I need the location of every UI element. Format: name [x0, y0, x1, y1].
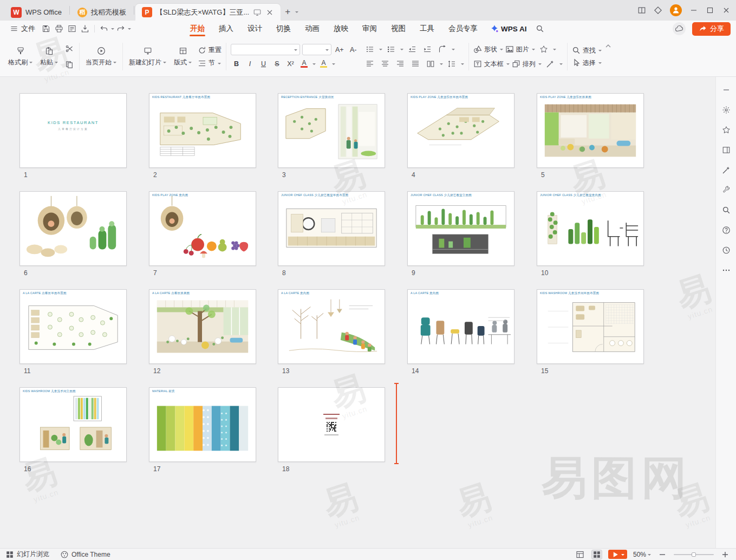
- app-home-tab[interactable]: W WPS Office: [4, 4, 68, 21]
- line-spacing-button[interactable]: [445, 58, 458, 70]
- menu-tab-工具[interactable]: 工具: [413, 21, 441, 37]
- zoom-level[interactable]: 50%: [633, 551, 651, 558]
- theme-indicator[interactable]: Office Theme: [60, 550, 110, 559]
- edit-icon[interactable]: [722, 166, 731, 174]
- highlight-caret[interactable]: [332, 63, 335, 67]
- slide-thumbnail-16[interactable]: KIDS WASHROOM 儿童洗手间立面图: [19, 387, 127, 462]
- collapse-ribbon-icon[interactable]: [604, 42, 613, 50]
- menu-tab-插入[interactable]: 插入: [212, 21, 240, 37]
- new-slide-button[interactable]: 新建幻灯片: [125, 38, 170, 75]
- bold-button[interactable]: B: [231, 58, 242, 69]
- format-painter-button[interactable]: 格式刷: [4, 38, 36, 75]
- slide-thumbnail-11[interactable]: A LA CARTE 点餐区平面布置图: [19, 289, 127, 364]
- textbox-button[interactable]: 文本框: [473, 60, 510, 69]
- slide-thumbnail-15[interactable]: KIDS WASHROOM 儿童洗手间平面布置图: [537, 289, 644, 364]
- justify-button[interactable]: [409, 58, 422, 70]
- tab-list-caret[interactable]: [295, 11, 298, 15]
- reset-button[interactable]: 重置: [198, 45, 222, 55]
- search-icon[interactable]: [532, 24, 548, 33]
- shrink-font-button[interactable]: A-: [348, 44, 359, 55]
- undo-button[interactable]: [97, 23, 110, 35]
- slide-thumbnail-10[interactable]: JUNIOR CHEF CLASS 少儿厨艺教室意向图: [537, 191, 644, 266]
- slide-thumbnail-13[interactable]: A LA CARTE 意向图: [278, 289, 385, 364]
- underline-button[interactable]: U: [258, 58, 269, 69]
- more-icon[interactable]: [722, 266, 731, 275]
- align-left-button[interactable]: [363, 58, 376, 70]
- slide-thumbnail-14[interactable]: A LA CARTE 意向图: [407, 289, 514, 364]
- slide-thumbnail-17[interactable]: MATERIAL 材质: [149, 387, 256, 462]
- fill-color-button[interactable]: [544, 58, 557, 70]
- grow-font-button[interactable]: A+: [334, 44, 346, 55]
- slide-thumbnail-3[interactable]: RECEPTION ENTRANCE 大堂接待区: [278, 93, 385, 168]
- font-family-select[interactable]: [231, 44, 300, 55]
- print-preview-button[interactable]: [66, 23, 79, 35]
- arrange-button[interactable]: 排列: [512, 60, 542, 69]
- superscript-button[interactable]: X²: [285, 58, 296, 69]
- align-center-button[interactable]: [379, 58, 392, 70]
- document-tab[interactable]: P 【SLD梁志天×WATG】三亚...: [135, 4, 281, 21]
- docer-template-tab[interactable]: 稻 找稻壳模板: [71, 4, 133, 21]
- help-icon[interactable]: [722, 226, 731, 235]
- select-button[interactable]: 选择: [572, 58, 602, 68]
- slide-thumbnail-12[interactable]: A LA CARTE 点餐区效果图: [149, 289, 256, 364]
- slide-thumbnail-5[interactable]: KIDS PLAY ZONE 儿童游乐区效果图: [537, 93, 644, 168]
- numbered-list-button[interactable]: [385, 44, 398, 55]
- menu-tab-设计[interactable]: 设计: [240, 21, 269, 37]
- redo-button[interactable]: [114, 23, 127, 35]
- menu-tab-放映[interactable]: 放映: [327, 21, 355, 37]
- close-document-icon[interactable]: [265, 8, 274, 17]
- slide-thumbnail-1[interactable]: KIDS RESTAURANT儿童餐厅设计方案: [19, 93, 127, 168]
- slide-sorter-canvas[interactable]: KIDS RESTAURANT儿童餐厅设计方案1KIDS RESTAURANT …: [0, 77, 736, 548]
- menu-tab-切换[interactable]: 切换: [269, 21, 298, 37]
- highlight-color-button[interactable]: A: [318, 58, 329, 69]
- paste-button[interactable]: 粘贴: [36, 38, 62, 75]
- slide-thumbnail-8[interactable]: JUNIOR CHEF CLASS 少儿厨艺教室平面布置图: [278, 191, 385, 266]
- maximize-button[interactable]: [706, 6, 714, 15]
- favorites-icon[interactable]: [722, 126, 731, 134]
- settings-icon[interactable]: [722, 106, 731, 114]
- section-button[interactable]: 节: [198, 58, 222, 68]
- zoom-out-button[interactable]: [657, 550, 668, 559]
- slide-sorter-view-button[interactable]: [591, 550, 602, 559]
- zoom-in-button[interactable]: [720, 550, 731, 559]
- zoom-slider[interactable]: [674, 551, 714, 558]
- slideshow-button[interactable]: [608, 550, 627, 559]
- export-button[interactable]: [79, 23, 92, 35]
- font-color-button[interactable]: A: [298, 58, 310, 69]
- history-icon[interactable]: [722, 246, 731, 255]
- slide-thumbnail-4[interactable]: KIDS PLAY ZONE 儿童游乐区平面布置图: [407, 93, 514, 168]
- menu-tab-视图[interactable]: 视图: [384, 21, 413, 37]
- slide-thumbnail-9[interactable]: JUNIOR CHEF CLASS 少儿厨艺教室立面图: [407, 191, 514, 266]
- share-button[interactable]: 分享: [692, 22, 731, 36]
- picture-button[interactable]: 图片: [505, 45, 535, 54]
- collapse-sidebar-icon[interactable]: [722, 86, 731, 94]
- menu-tab-动画[interactable]: 动画: [298, 21, 327, 37]
- zoom-tool-icon[interactable]: [722, 206, 731, 214]
- split-window-icon[interactable]: [637, 6, 646, 15]
- bullet-list-button[interactable]: [363, 44, 376, 55]
- slide-thumbnail-2[interactable]: KIDS RESTAURANT 儿童餐厅平面布置图: [149, 93, 256, 168]
- close-button[interactable]: [722, 6, 731, 15]
- cut-button[interactable]: [63, 43, 76, 55]
- layout-button[interactable]: 版式: [170, 38, 196, 75]
- redo-caret[interactable]: [128, 28, 131, 31]
- skin-settings-icon[interactable]: [654, 6, 662, 15]
- increase-indent-button[interactable]: [421, 44, 434, 55]
- columns-button[interactable]: [424, 58, 437, 70]
- save-button[interactable]: [40, 23, 53, 35]
- menu-tab-审阅[interactable]: 审阅: [355, 21, 384, 37]
- normal-view-button[interactable]: [575, 550, 585, 559]
- play-from-current-button[interactable]: 当页开始: [82, 38, 120, 75]
- panels-icon[interactable]: [722, 146, 731, 154]
- user-avatar[interactable]: [670, 4, 682, 16]
- icon-library-button[interactable]: [537, 44, 550, 55]
- slide-thumbnail-6[interactable]: [19, 191, 127, 266]
- strikethrough-button[interactable]: S: [271, 58, 283, 69]
- file-menu-button[interactable]: 文件: [5, 24, 40, 34]
- font-color-caret[interactable]: [312, 63, 316, 67]
- wps-ai-button[interactable]: WPS AI: [485, 24, 532, 33]
- new-tab-button[interactable]: +: [281, 6, 295, 17]
- decrease-indent-button[interactable]: [406, 44, 419, 55]
- zoom-slider-handle[interactable]: [692, 552, 696, 557]
- print-button[interactable]: [53, 23, 66, 35]
